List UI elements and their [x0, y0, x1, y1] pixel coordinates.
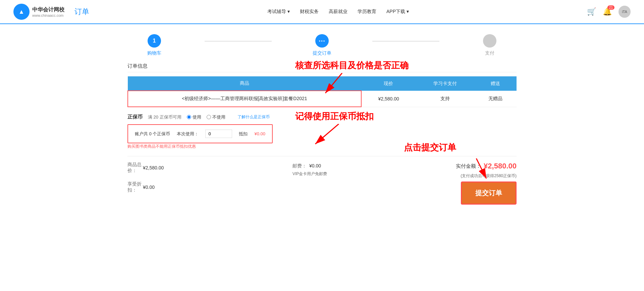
zbb-header: 正保币 满 20 正保币可用 使用 不使用 了解什么是正保币	[127, 114, 517, 120]
bell-wrap[interactable]: 🔔 21	[603, 7, 612, 16]
submit-button[interactable]: 提交订单	[461, 181, 517, 205]
avatar[interactable]: iTA	[619, 6, 631, 18]
header: ▲ 中华会计网校 www.chinaacc.com 订单 考试辅导 ▾ 财税实务…	[0, 0, 644, 24]
section-title: 订单信息	[127, 63, 517, 72]
header-nav: 考试辅导 ▾ 财税实务 高薪就业 学历教育 APP下载 ▾	[267, 9, 409, 15]
col-card: 学习卡支付	[416, 76, 474, 91]
logo-text: 中华会计网校 www.chinaacc.com	[32, 6, 64, 17]
step-pay-circle	[483, 34, 496, 48]
summary-right: 点击提交订单 实付金额： ¥2,580.00 (支付成功后可获得2580正保币)…	[456, 162, 517, 205]
step-connector-1	[205, 41, 272, 42]
header-right: 🛒 🔔 21 iTA	[587, 6, 631, 18]
zbb-title: 正保币	[127, 114, 143, 120]
summary-left: 商品总价： ¥2,580.00 享受折扣： ¥0.00	[127, 162, 164, 193]
col-gift: 赠送	[474, 76, 517, 91]
steps-bar: 1 购物车 ··· 提交订单 支付	[0, 24, 644, 63]
cart-icon[interactable]: 🛒	[587, 7, 596, 16]
radio-group: 使用 不使用	[187, 114, 225, 120]
discount-row: 享受折扣： ¥0.00	[127, 181, 164, 193]
nav-item-app[interactable]: APP下载 ▾	[386, 9, 409, 15]
step-submit-circle: ···	[315, 34, 329, 48]
points-note: (支付成功后可获得2580正保币)	[461, 173, 517, 179]
radio-use[interactable]: 使用	[187, 114, 201, 120]
step-cart: 1 购物车	[104, 34, 205, 56]
logo-icon: ▲	[13, 4, 30, 20]
step-connector-2	[372, 41, 439, 42]
step-cart-label: 购物车	[147, 50, 161, 56]
zbb-input[interactable]	[205, 130, 232, 138]
step-pay: 支付	[439, 34, 540, 56]
zbb-box: 账户共 0 个正保币 本次使用： 抵扣 ¥0.00	[127, 124, 273, 143]
order-table: 商品 现价 学习卡支付 赠送 <初级经济师>——工商管理两科联报[高效实验班]套…	[127, 76, 517, 107]
radio-nouse-label: 不使用	[212, 114, 225, 120]
shipping-label: 邮费：	[292, 163, 307, 169]
zbb-discount-label: 抵扣	[239, 131, 248, 137]
col-price: 现价	[361, 76, 416, 91]
logo-url: www.chinaacc.com	[32, 13, 64, 17]
actual-value: ¥2,580.00	[484, 162, 517, 170]
vip-label: VIP金卡用户免邮费	[292, 171, 327, 177]
radio-no-use[interactable]: 不使用	[207, 114, 225, 120]
product-cell: <初级经济师>——工商管理两科联报[高效实验班]套餐D2021	[128, 91, 361, 107]
zbb-warning[interactable]: 购买图书类商品不能用正保币抵扣优惠	[127, 144, 196, 149]
zbb-use-label: 本次使用：	[177, 131, 199, 137]
learn-link[interactable]: 了解什么是正保币	[237, 114, 270, 120]
shipping-value: ¥0.00	[309, 163, 321, 169]
product-name: <初级经济师>——工商管理两科联报[高效实验班]套餐D2021	[182, 96, 307, 101]
step-cart-circle: 1	[148, 34, 161, 48]
discount-label: 享受折扣：	[127, 181, 142, 193]
card-cell: 支持	[416, 91, 474, 107]
divider	[127, 156, 517, 156]
shipping-row: 邮费： ¥0.00	[292, 163, 327, 169]
logo: ▲ 中华会计网校 www.chinaacc.com	[13, 4, 64, 20]
zbb-available: 满 20 正保币可用	[148, 114, 181, 120]
main-content: 核查所选科目及价格是否正确 订单信息 商品 现价 学习卡支付	[121, 63, 523, 218]
table-row: <初级经济师>——工商管理两科联报[高效实验班]套餐D2021 ¥2,580.0…	[128, 91, 517, 107]
nav-item-exam[interactable]: 考试辅导 ▾	[267, 9, 290, 15]
col-product: 商品	[128, 76, 361, 91]
total-row: 商品总价： ¥2,580.00	[127, 162, 164, 174]
nav-item-tax[interactable]: 财税实务	[300, 9, 319, 15]
radio-use-input[interactable]	[187, 115, 191, 119]
bell-badge: 21	[607, 5, 614, 10]
gift-cell: 无赠品	[474, 91, 517, 107]
step-pay-label: 支付	[485, 50, 494, 56]
actual-row: 实付金额： ¥2,580.00	[456, 162, 517, 170]
price-cell: ¥2,580.00	[361, 91, 416, 107]
radio-use-label: 使用	[193, 114, 201, 120]
page-title: 订单	[74, 7, 89, 17]
order-table-body: <初级经济师>——工商管理两科联报[高效实验班]套餐D2021 ¥2,580.0…	[128, 91, 517, 107]
zbb-account: 账户共 0 个正保币	[135, 131, 170, 137]
zhengbaobi-section: 记得使用正保币抵扣 正保币 满 20 正保币可用 使用	[127, 114, 517, 149]
avatar-text: iTA	[622, 10, 627, 14]
order-table-head: 商品 现价 学习卡支付 赠送	[128, 76, 517, 91]
step-submit-label: 提交订单	[313, 50, 331, 56]
discount-value: ¥0.00	[143, 185, 155, 190]
zbb-discount-value: ¥0.00	[254, 131, 265, 136]
nav-item-job[interactable]: 高薪就业	[329, 9, 347, 15]
logo-name: 中华会计网校	[32, 6, 64, 13]
radio-nouse-input[interactable]	[207, 115, 211, 119]
total-label: 商品总价：	[127, 162, 142, 174]
step-submit: ··· 提交订单	[272, 34, 372, 56]
actual-label: 实付金额：	[456, 163, 481, 169]
nav-item-edu[interactable]: 学历教育	[358, 9, 376, 15]
total-value: ¥2,580.00	[143, 165, 164, 170]
summary-center: 邮费： ¥0.00 VIP金卡用户免邮费	[292, 163, 327, 177]
svg-line-3	[315, 124, 339, 144]
header-left: ▲ 中华会计网校 www.chinaacc.com 订单	[13, 4, 89, 20]
